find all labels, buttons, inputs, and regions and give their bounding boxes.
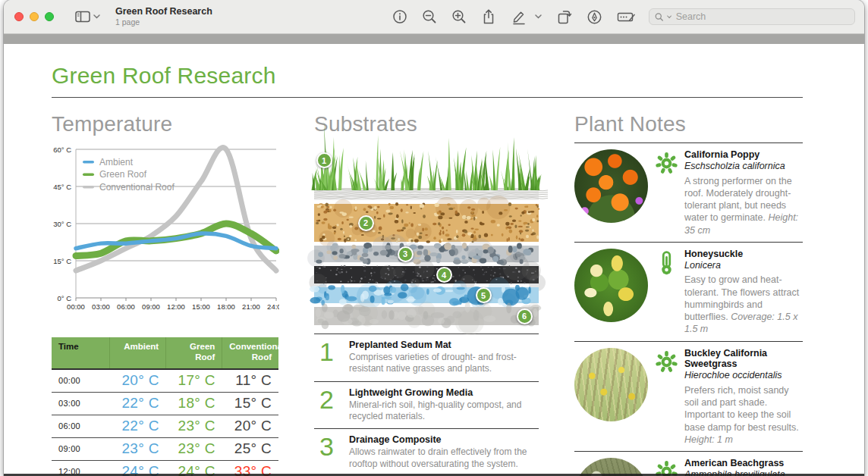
substrate-badge-4: 4 — [436, 267, 452, 283]
y-tick-label: 0° C — [57, 294, 71, 302]
search-input[interactable] — [675, 11, 849, 23]
cell-ambient: 20° C — [110, 369, 166, 393]
markup-button[interactable] — [509, 8, 528, 27]
cell-green: 23° C — [166, 415, 222, 437]
substrate-badge-2: 2 — [358, 215, 374, 231]
substrate-diagram: 123456 — [314, 142, 539, 325]
plant-text: California PoppyEschscholzia californica… — [684, 149, 803, 236]
info-button[interactable] — [391, 8, 409, 26]
document-title: Green Roof Research — [52, 63, 803, 89]
content-background — [4, 34, 864, 44]
temperature-table: TimeAmbientGreen RoofConventional Roof00… — [52, 337, 278, 476]
x-tick-label: 12:00 — [167, 302, 185, 311]
table-body: 00:0020° C17° C11° C03:0022° C18° C15° C… — [52, 369, 278, 476]
substrate-text: Drainage CompositeAllows rainwater to dr… — [349, 434, 539, 470]
plant-name: California Poppy — [684, 149, 803, 161]
sidebar-toggle-button[interactable] — [72, 8, 103, 26]
substrate-description: Allows rainwater to drain effectively fr… — [349, 446, 539, 470]
substrate-text: Lightweight Growing MediaMineral-rich so… — [349, 387, 539, 423]
temperature-heading: Temperature — [52, 112, 278, 136]
plant-text: HoneysuckleLoniceraEasy to grow and heat… — [684, 249, 803, 336]
chevron-down-icon — [93, 14, 100, 19]
substrate-description: Comprises varieties of drought- and fros… — [349, 352, 539, 375]
cell-time: 03:00 — [52, 392, 110, 415]
cell-time: 06:00 — [52, 415, 110, 437]
plant-icon-cell — [653, 348, 679, 446]
document-page: Green Roof Research Temperature 60° C45°… — [4, 63, 864, 476]
table-row: 09:0023° C23° C25° C — [52, 437, 278, 460]
growing-media-layer — [314, 204, 539, 242]
y-tick-label: 45° C — [53, 183, 71, 191]
substrate-list-item: 2Lightweight Growing MediaMineral-rich s… — [314, 381, 539, 429]
y-tick-label: 60° C — [53, 146, 71, 154]
preview-window: Green Roof Research 1 page — [4, 0, 864, 476]
water-retention-layer — [314, 287, 539, 303]
markup-group — [509, 8, 543, 27]
cell-green: 17° C — [166, 369, 222, 393]
x-tick-label: 15:00 — [192, 302, 210, 311]
substrates-heading: Substrates — [314, 112, 539, 136]
cell-conventional: 25° C — [222, 437, 278, 460]
rotate-button[interactable] — [555, 8, 574, 27]
cell-conventional: 15° C — [222, 392, 278, 415]
plant-text: Buckley California SweetgrassHierochloe … — [684, 348, 803, 446]
toolbar — [391, 0, 855, 33]
substrate-number: 1 — [314, 339, 349, 375]
table-row: 06:0022° C23° C20° C — [52, 415, 278, 437]
minimize-button[interactable] — [30, 12, 39, 21]
columns: Temperature 60° C45° C30° C15° C0° C00:0… — [52, 98, 803, 476]
plant-meta: Coverage: 1.5 x 1.5 m — [684, 312, 797, 334]
form-fill-button[interactable] — [615, 8, 637, 26]
cell-conventional: 11° C — [222, 369, 278, 393]
cell-green: 18° C — [166, 392, 222, 415]
legend-swatch — [83, 161, 94, 164]
search-field[interactable] — [649, 8, 855, 25]
close-button[interactable] — [14, 12, 24, 21]
substrate-number: 3 — [314, 434, 349, 470]
substrate-title: Preplanted Sedum Mat — [349, 340, 539, 350]
legend-label: Conventional Roof — [99, 182, 175, 193]
annotate-pen-icon — [587, 9, 602, 25]
traffic-lights — [14, 12, 54, 21]
info-icon — [392, 9, 407, 24]
roof-deck-layer — [314, 307, 539, 325]
substrate-badge-1: 1 — [316, 152, 332, 168]
plant-entry: California PoppyEschscholzia californica… — [574, 142, 803, 242]
substrates-section: Substrates 123456 1Preplanted Sedum MatC… — [314, 98, 539, 476]
x-tick-label: 06:00 — [117, 302, 135, 311]
cell-ambient: 22° C — [110, 392, 166, 415]
markup-dropdown-button[interactable] — [533, 13, 543, 20]
plant-meta: Height: 35 cm — [684, 212, 798, 235]
plant-photo-sweetgrass — [574, 348, 648, 421]
zoom-in-icon — [451, 9, 467, 24]
substrate-description: Mineral-rich soil, high-quality compost,… — [349, 399, 539, 423]
annotate-button[interactable] — [585, 8, 604, 27]
zoom-out-button[interactable] — [420, 8, 439, 26]
plants-heading: Plant Notes — [574, 112, 803, 136]
substrate-badge-5: 5 — [476, 287, 492, 303]
cell-green: 23° C — [166, 437, 222, 460]
x-tick-label: 09:00 — [142, 302, 160, 311]
plant-description: Easy to grow and heat-tolerant. The flow… — [684, 274, 803, 335]
plant-list: California PoppyEschscholzia californica… — [574, 142, 803, 476]
substrate-number: 2 — [314, 387, 349, 423]
plant-name: Honeysuckle — [684, 249, 803, 260]
sidebar-icon — [75, 11, 90, 23]
plant-meta: Height: 1 m — [684, 434, 733, 445]
cell-conventional: 20° C — [222, 415, 278, 437]
x-tick-label: 03:00 — [92, 302, 110, 311]
search-icon — [655, 12, 664, 22]
titlebar: Green Roof Research 1 page — [4, 0, 864, 34]
cell-time: 09:00 — [52, 437, 110, 460]
zoom-in-button[interactable] — [450, 8, 468, 26]
fullscreen-button[interactable] — [45, 12, 54, 21]
cell-ambient: 23° C — [110, 437, 166, 460]
share-button[interactable] — [480, 7, 498, 27]
x-tick-label: 18:00 — [217, 302, 235, 311]
x-tick-label: 00:00 — [67, 302, 85, 311]
sun-icon — [655, 350, 678, 374]
table-header-row: TimeAmbientGreen RoofConventional Roof — [52, 337, 278, 369]
plant-description: A strong performer on the roof. Moderate… — [684, 175, 803, 236]
substrate-text: Preplanted Sedum MatComprises varieties … — [349, 339, 539, 375]
sedum-mat-layer — [314, 142, 539, 200]
